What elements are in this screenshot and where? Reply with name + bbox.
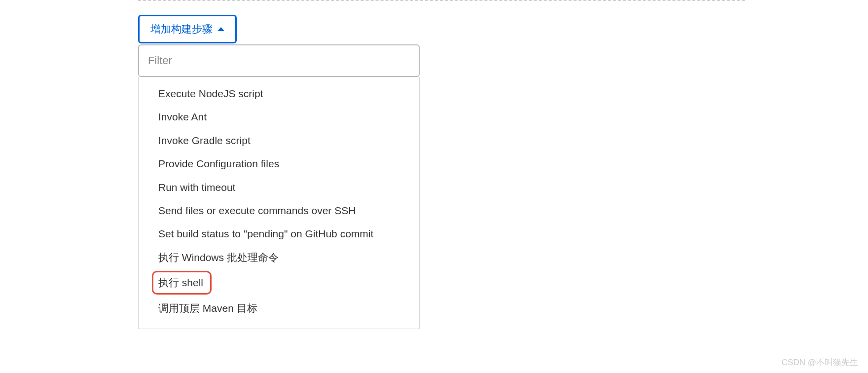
filter-input[interactable] (139, 45, 419, 76)
dropdown-item-run-timeout[interactable]: Run with timeout (139, 176, 419, 199)
dropdown-list: Execute NodeJS script Invoke Ant Invoke … (138, 77, 420, 329)
dropdown-item-invoke-gradle[interactable]: Invoke Gradle script (139, 129, 419, 152)
highlighted-shell-label: 执行 shell (152, 271, 212, 294)
dropdown-item-invoke-ant[interactable]: Invoke Ant (139, 105, 419, 128)
dropdown-item-provide-config[interactable]: Provide Configuration files (139, 152, 419, 175)
watermark: CSDN @不叫猫先生 (782, 357, 858, 368)
content-area: 增加构建步骤 Execute NodeJS script Invoke Ant … (138, 15, 420, 329)
dropdown-item-windows-batch[interactable]: 执行 Windows 批处理命令 (139, 246, 419, 269)
separator-line (138, 0, 745, 1)
dropdown-item-execute-nodejs[interactable]: Execute NodeJS script (139, 82, 419, 105)
add-build-step-label: 增加构建步骤 (150, 22, 213, 36)
dropdown-panel: Execute NodeJS script Invoke Ant Invoke … (138, 44, 420, 329)
filter-wrapper (138, 44, 420, 77)
dropdown-item-github-pending[interactable]: Set build status to "pending" on GitHub … (139, 222, 419, 245)
dropdown-item-execute-shell[interactable]: 执行 shell (139, 269, 419, 296)
chevron-up-icon (217, 27, 224, 31)
dropdown-item-send-files-ssh[interactable]: Send files or execute commands over SSH (139, 199, 419, 222)
dropdown-item-maven-top[interactable]: 调用顶层 Maven 目标 (139, 297, 419, 320)
add-build-step-button[interactable]: 增加构建步骤 (138, 15, 237, 43)
